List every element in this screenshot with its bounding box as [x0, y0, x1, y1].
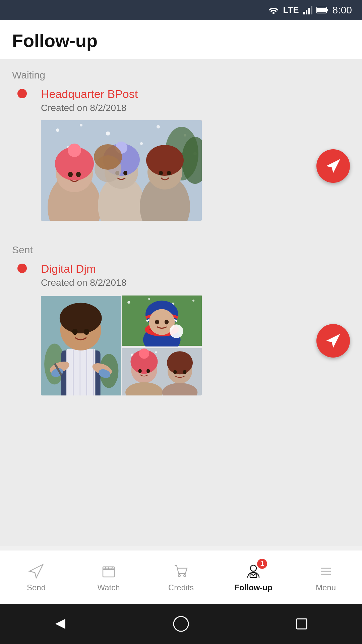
watch-nav-label: Watch [97, 583, 120, 592]
menu-nav-icon [317, 562, 335, 580]
bpost-send-fab[interactable] [316, 149, 350, 183]
bpost-title: Headquarter BPost [41, 88, 350, 101]
status-time: 8:00 [333, 4, 352, 16]
followup-badge: 1 [257, 559, 267, 569]
svg-point-23 [68, 172, 73, 177]
waiting-section: Waiting Headquarter BPost Created on 8/2… [0, 59, 362, 234]
android-back-button[interactable] [52, 615, 69, 632]
svg-rect-97 [297, 619, 307, 629]
svg-point-57 [127, 301, 130, 304]
menu-nav-label: Menu [316, 583, 336, 592]
nav-watch[interactable]: Watch [72, 550, 145, 604]
item-bpost: Headquarter BPost Created on 8/2/2018 [0, 84, 362, 234]
djm-date: Created on 8/2/2018 [41, 277, 350, 288]
nav-menu[interactable]: Menu [290, 550, 362, 604]
item-djm: Digital Djm Created on 8/2/2018 [0, 259, 362, 409]
svg-point-54 [72, 329, 77, 335]
bpost-content: Headquarter BPost Created on 8/2/2018 [32, 88, 350, 221]
svg-rect-1 [303, 12, 305, 14]
djm-dot [17, 264, 27, 273]
sent-label: Sent [0, 234, 362, 259]
battery-icon [316, 6, 328, 14]
nav-credits[interactable]: Credits [145, 550, 217, 604]
svg-point-70 [155, 351, 157, 353]
svg-rect-2 [306, 10, 307, 14]
svg-point-66 [164, 320, 168, 324]
svg-point-10 [80, 124, 82, 126]
svg-point-37 [94, 144, 122, 170]
send-nav-label: Send [27, 583, 46, 592]
svg-rect-83 [103, 569, 114, 577]
svg-point-65 [155, 320, 159, 324]
nav-send[interactable]: Send [0, 550, 72, 604]
sent-section: Sent Digital Djm Created on 8/2/2018 [0, 234, 362, 409]
android-recents-button[interactable] [293, 615, 310, 632]
svg-marker-95 [55, 619, 65, 629]
svg-point-9 [56, 128, 59, 132]
svg-rect-6 [326, 9, 328, 11]
svg-point-58 [148, 298, 150, 300]
bpost-dot [17, 89, 27, 98]
nav-followup[interactable]: 1 Follow-up [217, 550, 290, 604]
group-winter-img [122, 347, 202, 395]
svg-rect-3 [308, 8, 310, 14]
svg-point-30 [123, 171, 127, 175]
djm-content: Digital Djm Created on 8/2/2018 [32, 262, 350, 395]
winter-selfie-img [41, 120, 202, 221]
svg-rect-7 [317, 8, 326, 12]
djm-send-fab[interactable] [316, 324, 350, 358]
status-bar: LTE 8:00 [0, 0, 362, 20]
worker-img [41, 295, 121, 395]
svg-point-0 [273, 12, 275, 14]
svg-point-67 [170, 324, 183, 338]
svg-point-34 [159, 171, 163, 175]
page-header: Follow-up [0, 20, 362, 59]
svg-point-90 [250, 565, 256, 571]
android-home-button[interactable] [173, 615, 189, 632]
bpost-image [41, 120, 202, 221]
svg-point-11 [106, 131, 110, 136]
svg-point-81 [183, 370, 186, 374]
watch-nav-icon [100, 562, 118, 580]
svg-point-12 [157, 125, 160, 128]
child-img [122, 295, 202, 346]
svg-point-96 [174, 616, 188, 631]
dot-col-djm [12, 262, 32, 273]
svg-point-33 [146, 145, 184, 176]
lte-indicator: LTE [283, 5, 299, 15]
android-nav-bar [0, 604, 362, 644]
svg-point-89 [184, 575, 186, 577]
followup-nav-icon: 1 [244, 562, 262, 580]
djm-image-collage [41, 295, 202, 395]
svg-point-24 [76, 172, 81, 177]
svg-point-75 [138, 369, 141, 373]
signal-icon [303, 6, 312, 14]
svg-point-88 [178, 575, 180, 577]
main-content: Waiting Headquarter BPost Created on 8/2… [0, 59, 362, 546]
svg-point-35 [167, 171, 171, 175]
svg-point-76 [146, 369, 150, 373]
svg-rect-42 [66, 349, 95, 395]
send-nav-icon [27, 562, 45, 580]
status-icons: LTE 8:00 [268, 4, 352, 16]
svg-point-79 [167, 351, 192, 374]
followup-nav-label: Follow-up [234, 583, 272, 592]
svg-point-55 [84, 329, 89, 335]
svg-point-22 [68, 144, 81, 157]
svg-rect-4 [311, 6, 312, 14]
page-title: Follow-up [12, 30, 350, 51]
wifi-icon [268, 6, 279, 14]
svg-point-53 [60, 303, 102, 333]
svg-point-60 [192, 300, 194, 302]
waiting-label: Waiting [0, 59, 362, 84]
svg-point-74 [139, 348, 149, 359]
credits-nav-label: Credits [168, 583, 194, 592]
credits-nav-icon [172, 562, 190, 580]
svg-point-80 [173, 370, 177, 374]
bpost-date: Created on 8/2/2018 [41, 103, 350, 113]
djm-title: Digital Djm [41, 262, 350, 275]
bottom-nav: Send Watch Credits [0, 550, 362, 604]
svg-point-15 [140, 142, 143, 145]
dot-col-bpost [12, 88, 32, 98]
